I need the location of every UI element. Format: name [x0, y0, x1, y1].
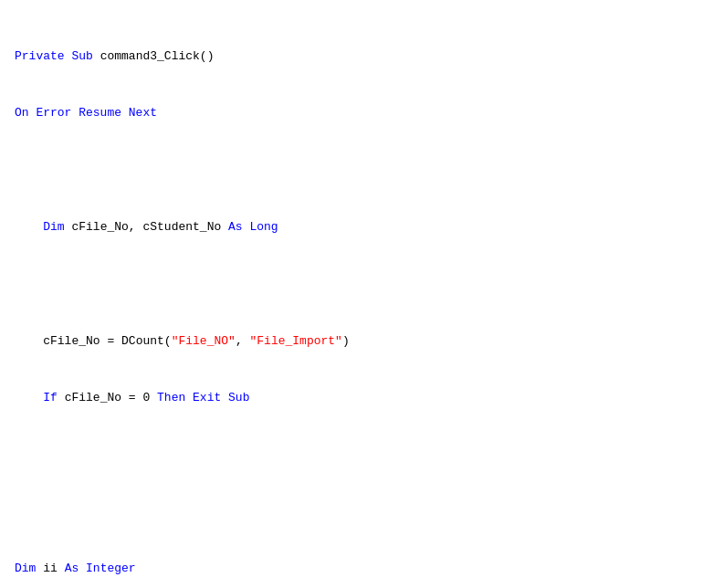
keyword: Then Exit Sub	[157, 391, 249, 404]
code-text: cFile_No, cStudent_No	[65, 220, 228, 234]
line-1: Private Sub command3_Click()	[15, 47, 687, 67]
line-2: On Error Resume Next	[15, 104, 687, 123]
line-5	[15, 275, 687, 294]
keyword: As Integer	[65, 562, 136, 575]
line-10: Dim ii As Integer	[15, 560, 687, 579]
keyword: If	[43, 391, 58, 404]
string: "File_Import"	[249, 334, 341, 348]
code-text: command3_Click()	[93, 49, 215, 63]
keyword: Private Sub	[15, 49, 93, 63]
line-9	[15, 503, 687, 522]
code-text: ii	[36, 562, 64, 575]
line-3	[15, 161, 687, 180]
line-4: Dim cFile_No, cStudent_No As Long	[15, 218, 687, 237]
line-8	[15, 446, 687, 465]
code-text: cFile_No = 0	[58, 391, 157, 404]
keyword: As Long	[228, 220, 278, 234]
keyword: On Error Resume Next	[15, 106, 157, 120]
code-editor: Private Sub command3_Click() On Error Re…	[0, 0, 702, 588]
keyword: Dim	[43, 220, 64, 234]
line-6: cFile_No = DCount("File_NO", "File_Impor…	[15, 332, 687, 352]
line-7: If cFile_No = 0 Then Exit Sub	[15, 389, 687, 408]
keyword: Dim	[15, 562, 36, 575]
code-text: ,	[236, 334, 250, 348]
code-text: cFile_No = DCount(	[43, 334, 171, 348]
code-text: )	[342, 334, 350, 348]
string: "File_NO"	[172, 334, 236, 348]
